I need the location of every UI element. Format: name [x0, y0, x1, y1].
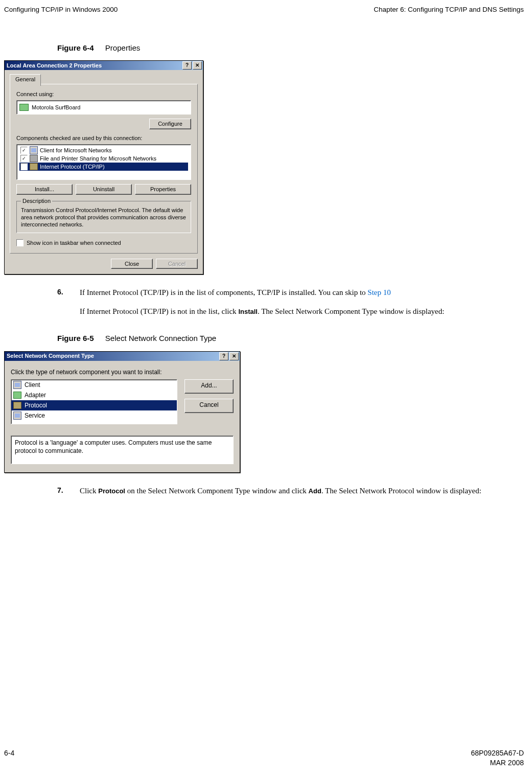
tab-general[interactable]: General — [10, 74, 41, 86]
figure-6-5-caption: Figure 6-5 Select Network Connection Typ… — [57, 333, 524, 344]
components-list[interactable]: ✓ Client for Microsoft Networks ✓ File a… — [16, 144, 191, 180]
description-legend: Description — [21, 197, 52, 205]
install-bold: Install — [238, 308, 258, 315]
step-text: If Internet Protocol (TCP/IP) is not in … — [80, 307, 238, 315]
running-heads: Configuring TCP/IP in Windows 2000 Chapt… — [4, 5, 524, 14]
description-text: Transmission Control Protocol/Internet P… — [21, 207, 187, 228]
checkbox-icon[interactable]: ✓ — [20, 163, 28, 170]
select-component-type-dialog: Select Network Component Type ? ✕ Click … — [4, 351, 240, 473]
configure-button[interactable]: Configure — [149, 119, 191, 129]
figure-title: Select Network Connection Type — [105, 334, 216, 342]
component-row[interactable]: ✓ Client for Microsoft Networks — [19, 146, 188, 154]
doc-number: 68P09285A67-D — [471, 749, 524, 757]
add-button[interactable]: Add... — [184, 379, 234, 394]
titlebar[interactable]: Select Network Component Type ? ✕ — [5, 352, 240, 361]
type-label: Service — [25, 411, 45, 420]
step-text: . The Select Network Component Type wind… — [258, 307, 444, 315]
doc-date: MAR 2008 — [490, 759, 524, 767]
component-type-list[interactable]: Client Adapter Protocol Service — [11, 379, 177, 424]
adapter-name: Motorola SurfBoard — [32, 104, 80, 111]
client-icon — [30, 146, 38, 154]
lan-properties-dialog: Local Area Connection 2 Properties ? ✕ G… — [4, 60, 203, 274]
show-icon-row[interactable]: Show icon in taskbar when connected — [16, 239, 191, 247]
step-number: 7. — [57, 485, 68, 504]
type-row-client[interactable]: Client — [11, 380, 177, 390]
dialog-title: Local Area Connection 2 Properties — [7, 62, 181, 70]
figure-number: Figure 6-4 — [57, 43, 94, 52]
checkbox-icon[interactable]: ✓ — [20, 155, 28, 162]
help-button[interactable]: ? — [219, 352, 228, 360]
prompt-label: Click the type of network component you … — [11, 368, 234, 376]
type-row-protocol[interactable]: Protocol — [11, 400, 177, 410]
protocol-icon — [30, 163, 38, 170]
step-7: 7. Click Protocol on the Select Network … — [57, 485, 524, 504]
step-text: If Internet Protocol (TCP/IP) is in the … — [80, 288, 367, 296]
component-row[interactable]: ✓ File and Printer Sharing for Microsoft… — [19, 154, 188, 163]
step-text: . The Select Network Protocol window is … — [321, 487, 481, 495]
checkbox-icon[interactable] — [16, 239, 24, 246]
description-group: Description Transmission Control Protoco… — [16, 201, 191, 233]
close-button[interactable]: ✕ — [193, 61, 202, 70]
adapter-icon — [13, 392, 21, 399]
component-label: File and Printer Sharing for Microsoft N… — [40, 155, 156, 163]
show-icon-label: Show icon in taskbar when connected — [27, 239, 121, 247]
figure-6-4-caption: Figure 6-4 Properties — [57, 43, 524, 53]
type-label: Client — [25, 381, 40, 389]
close-dialog-button[interactable]: Close — [111, 259, 153, 269]
client-icon — [13, 381, 21, 389]
protocol-bold: Protocol — [98, 487, 125, 495]
tab-strip: General — [10, 74, 198, 84]
properties-button[interactable]: Properties — [135, 184, 191, 195]
page-number: 6-4 — [4, 748, 14, 768]
page-footer: 6-4 68P09285A67-D MAR 2008 — [4, 748, 524, 768]
type-row-adapter[interactable]: Adapter — [11, 390, 177, 400]
figure-title: Properties — [105, 43, 140, 52]
close-button[interactable]: ✕ — [229, 352, 239, 360]
dialog-title: Select Network Component Type — [7, 352, 218, 360]
step-text: on the Select Network Component Type win… — [125, 487, 309, 495]
cancel-button[interactable]: Cancel — [184, 399, 234, 413]
nic-icon — [19, 104, 29, 111]
running-head-right: Chapter 6: Configuring TCP/IP and DNS Se… — [374, 5, 524, 14]
protocol-icon — [13, 402, 21, 409]
checkbox-icon[interactable]: ✓ — [20, 147, 28, 154]
step-text: Click — [80, 487, 98, 495]
type-row-service[interactable]: Service — [11, 410, 177, 421]
step-10-link[interactable]: Step 10 — [367, 288, 390, 296]
adapter-field[interactable]: Motorola SurfBoard — [16, 100, 191, 115]
uninstall-button[interactable]: Uninstall — [76, 184, 132, 195]
printer-icon — [30, 155, 38, 162]
add-bold: Add — [309, 487, 321, 495]
component-label: Internet Protocol (TCP/IP) — [40, 163, 105, 171]
titlebar[interactable]: Local Area Connection 2 Properties ? ✕ — [5, 61, 203, 70]
cancel-dialog-button: Cancel — [156, 259, 198, 269]
component-label: Client for Microsoft Networks — [40, 147, 112, 154]
type-label: Protocol — [25, 401, 47, 409]
step-number: 6. — [57, 287, 68, 324]
components-label: Components checked are used by this conn… — [16, 134, 191, 142]
tab-panel: Connect using: Motorola SurfBoard Config… — [10, 84, 198, 253]
install-button[interactable]: Install... — [16, 184, 73, 195]
running-head-left: Configuring TCP/IP in Windows 2000 — [4, 5, 118, 14]
component-row[interactable]: ✓ Internet Protocol (TCP/IP) — [19, 163, 188, 171]
help-button[interactable]: ? — [182, 61, 192, 70]
step-6: 6. If Internet Protocol (TCP/IP) is in t… — [57, 287, 524, 324]
connect-using-label: Connect using: — [16, 90, 191, 98]
service-icon — [13, 411, 21, 420]
type-label: Adapter — [25, 391, 46, 399]
figure-number: Figure 6-5 — [57, 334, 94, 342]
type-description: Protocol is a 'language' a computer uses… — [11, 436, 234, 464]
